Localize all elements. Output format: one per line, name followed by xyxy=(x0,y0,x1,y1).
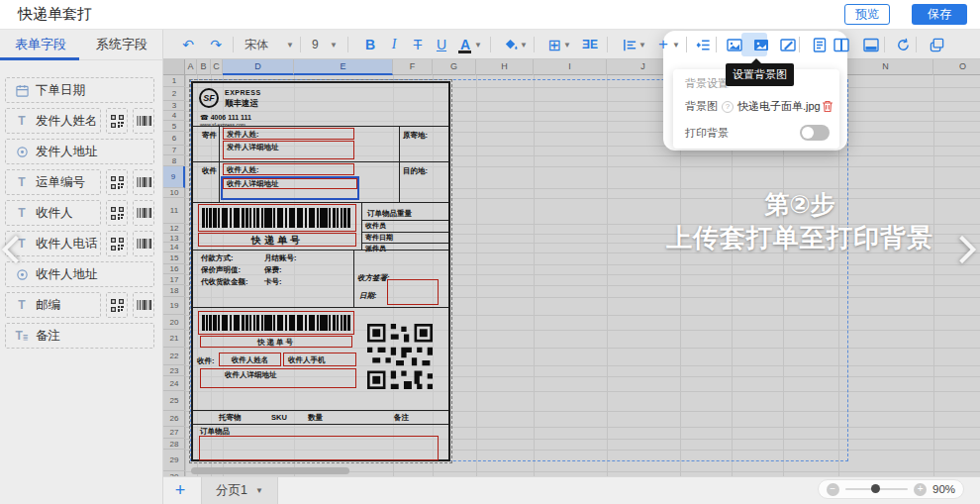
merge-cells-icon[interactable]: ƎE xyxy=(577,30,603,59)
column-header-I[interactable]: I xyxy=(534,59,607,75)
italic-icon[interactable]: I xyxy=(383,30,405,59)
align-caret-icon[interactable]: ▼ xyxy=(637,30,648,59)
column-header-O[interactable]: O xyxy=(933,59,980,75)
tab-form-fields[interactable]: 表单字段 xyxy=(0,30,81,59)
preview-button[interactable]: 预览 xyxy=(844,4,890,25)
sidebar-field-收件人地址[interactable]: 收件人地址 xyxy=(5,261,154,287)
field-barcode-1[interactable] xyxy=(198,204,356,232)
row-header-11[interactable]: 11 xyxy=(163,198,185,224)
borders-caret-icon[interactable]: ▼ xyxy=(561,30,573,59)
column-header-E[interactable]: E xyxy=(294,59,393,75)
qr-code-button[interactable] xyxy=(106,108,128,134)
font-family-select[interactable]: 宋体 xyxy=(245,30,284,59)
row-header-9[interactable]: 9 xyxy=(163,166,185,188)
field-recipient-address[interactable]: 收件人详细地址 xyxy=(223,178,357,189)
sidebar-field-运单编号[interactable]: T运单编号 xyxy=(5,169,101,195)
page-footer-icon[interactable] xyxy=(860,30,882,59)
field-date-box[interactable] xyxy=(387,279,439,305)
column-header-D[interactable]: D xyxy=(223,59,294,75)
qr-code-button[interactable] xyxy=(106,292,128,318)
row-header-1[interactable]: 1 xyxy=(163,75,185,87)
column-header-H[interactable]: H xyxy=(476,59,534,75)
qr-code-button[interactable] xyxy=(106,169,128,195)
refresh-icon[interactable] xyxy=(892,30,914,59)
field-tracking-number-2[interactable]: 快递单号 xyxy=(200,336,352,348)
row-header-28[interactable]: 28 xyxy=(163,439,185,450)
sidebar-field-发件人姓名[interactable]: T发件人姓名 xyxy=(5,108,101,134)
sidebar-field-收件人[interactable]: T收件人 xyxy=(5,200,101,226)
sidebar-field-下单日期[interactable]: 下单日期 xyxy=(5,77,154,103)
barcode-button[interactable] xyxy=(133,231,154,256)
delete-background-icon[interactable] xyxy=(822,100,833,113)
row-header-13[interactable]: 13 xyxy=(163,234,185,243)
row-header-7[interactable]: 7 xyxy=(163,146,185,155)
row-header-18[interactable]: 18 xyxy=(163,285,185,297)
waybill-background-image[interactable]: SF EXPRESS 顺丰速运 ☎ 4006 111 111 www.sf-ex… xyxy=(191,81,450,461)
watermark-image-icon[interactable] xyxy=(777,30,799,59)
horizontal-scrollbar-thumb[interactable] xyxy=(191,467,349,474)
zoom-slider[interactable] xyxy=(845,488,909,490)
row-header-27[interactable]: 27 xyxy=(163,427,185,439)
background-image-file-link[interactable]: 快递电子面单.jpg xyxy=(737,99,821,114)
zoom-slider-handle[interactable] xyxy=(871,484,880,493)
font-size-select[interactable]: 9 xyxy=(312,30,326,59)
page-tab[interactable]: 分页1 ▼ xyxy=(201,477,278,504)
row-header-26[interactable]: 26 xyxy=(163,411,185,427)
row-header-2[interactable]: 2 xyxy=(163,87,185,101)
row-header-24[interactable]: 24 xyxy=(163,376,185,391)
print-background-toggle[interactable] xyxy=(800,125,830,141)
column-header-C[interactable]: C xyxy=(211,59,223,75)
field-recipient-name[interactable]: 收件人姓: xyxy=(223,163,354,175)
row-header-25[interactable]: 25 xyxy=(163,391,185,411)
underline-icon[interactable]: U xyxy=(431,30,452,59)
row-header-29[interactable]: 29 xyxy=(163,450,185,471)
font-family-caret-icon[interactable]: ▼ xyxy=(284,30,296,59)
barcode-button[interactable] xyxy=(133,169,154,195)
qr-code-button[interactable] xyxy=(106,200,128,226)
duplicate-page-icon[interactable] xyxy=(926,30,947,59)
column-header-A[interactable]: A xyxy=(185,59,197,75)
row-header-23[interactable]: 23 xyxy=(163,365,185,376)
help-icon[interactable]: ? xyxy=(722,101,734,113)
field-recipient-mobile[interactable]: 收件人手机 xyxy=(283,353,356,366)
field-sender-name[interactable]: 发件人姓: xyxy=(223,128,354,140)
row-header-14[interactable]: 14 xyxy=(163,243,185,252)
row-header-12[interactable]: 12 xyxy=(163,224,185,234)
zoom-out-button[interactable]: − xyxy=(827,483,839,496)
row-header-10[interactable]: 10 xyxy=(163,188,185,198)
field-tracking-number-1[interactable]: 快递单号 xyxy=(198,233,356,247)
undo-icon[interactable]: ↶ xyxy=(177,30,199,59)
barcode-button[interactable] xyxy=(133,200,154,226)
row-header-21[interactable]: 21 xyxy=(163,330,185,348)
sidebar-field-邮编[interactable]: T邮编 xyxy=(5,292,101,318)
zoom-in-button[interactable]: + xyxy=(914,483,927,496)
strikethrough-icon[interactable]: T xyxy=(407,30,429,59)
print-layout-icon[interactable] xyxy=(809,30,831,59)
design-canvas[interactable]: SF EXPRESS 顺丰速运 ☎ 4006 111 111 www.sf-ex… xyxy=(163,59,980,476)
row-header-15[interactable]: 15 xyxy=(163,252,185,264)
barcode-button[interactable] xyxy=(133,292,154,318)
barcode-button[interactable] xyxy=(133,108,154,134)
grid-corner[interactable] xyxy=(163,59,185,75)
set-background-image-icon[interactable] xyxy=(750,30,772,59)
column-header-N[interactable]: N xyxy=(838,59,933,75)
field-recipient-name-2[interactable]: 收件人姓名 xyxy=(219,353,281,366)
row-header-5[interactable]: 5 xyxy=(163,121,185,132)
bold-icon[interactable]: B xyxy=(359,30,381,59)
field-recipient-address-selected[interactable]: 收件人详细地址 xyxy=(221,176,359,200)
row-header-22[interactable]: 22 xyxy=(163,348,185,365)
column-header-B[interactable]: B xyxy=(197,59,211,75)
font-color-caret-icon[interactable]: ▼ xyxy=(472,30,484,59)
tab-system-fields[interactable]: 系统字段 xyxy=(81,30,162,59)
row-header-20[interactable]: 20 xyxy=(163,315,185,330)
insert-caret-icon[interactable]: ▼ xyxy=(670,30,682,59)
qr-code-button[interactable] xyxy=(106,231,128,256)
redo-icon[interactable]: ↷ xyxy=(205,30,227,59)
fill-color-caret-icon[interactable]: ▼ xyxy=(518,30,530,59)
row-header-8[interactable]: 8 xyxy=(163,155,185,166)
font-size-caret-icon[interactable]: ▼ xyxy=(328,30,340,59)
row-header-19[interactable]: 19 xyxy=(163,297,185,315)
field-recipient-address-2[interactable]: 收件人详细地址 xyxy=(200,368,356,388)
row-header-16[interactable]: 16 xyxy=(163,264,185,274)
save-button[interactable]: 保存 xyxy=(912,4,967,25)
